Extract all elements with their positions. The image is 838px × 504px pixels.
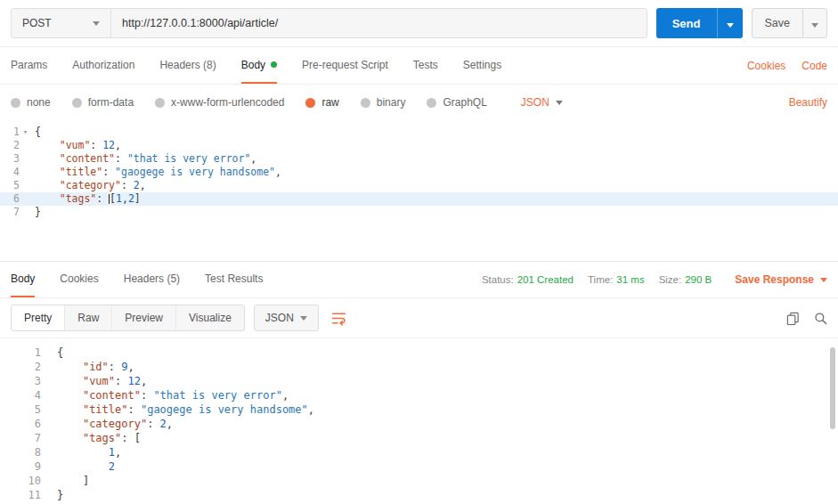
save-button-group: Save bbox=[752, 8, 828, 38]
save-response-button[interactable]: Save Response bbox=[735, 262, 827, 297]
view-preview[interactable]: Preview bbox=[112, 305, 176, 330]
postman-window: POST Send Save Params Authorization Head… bbox=[0, 0, 838, 504]
fold-caret-icon bbox=[41, 474, 50, 488]
code-line[interactable]: 1{ bbox=[0, 345, 838, 360]
radio-label: form-data bbox=[88, 96, 134, 109]
request-tab-links: Cookies Code bbox=[747, 47, 827, 84]
body-active-dot bbox=[271, 61, 277, 68]
fold-caret-icon bbox=[20, 139, 31, 152]
search-icon[interactable] bbox=[814, 312, 827, 325]
fold-caret-icon bbox=[41, 417, 50, 431]
response-tab-cookies[interactable]: Cookies bbox=[60, 262, 98, 297]
code-line[interactable]: 5 "title": "gaogege is very handsome", bbox=[0, 402, 838, 417]
code-line[interactable]: 11} bbox=[0, 488, 838, 502]
tab-settings[interactable]: Settings bbox=[463, 47, 501, 84]
radio-form-data[interactable]: form-data bbox=[72, 96, 134, 109]
url-input[interactable] bbox=[111, 9, 647, 37]
code-line[interactable]: 6 "category": 2, bbox=[0, 417, 838, 431]
request-bar: POST Send Save bbox=[0, 0, 838, 47]
tab-tests[interactable]: Tests bbox=[413, 47, 438, 84]
tab-authorization[interactable]: Authorization bbox=[72, 47, 134, 84]
code-line[interactable]: 2 "vum": 12, bbox=[0, 139, 838, 152]
code-text: ] bbox=[50, 474, 838, 488]
cookies-link[interactable]: Cookies bbox=[747, 60, 785, 72]
copy-icon[interactable] bbox=[786, 312, 800, 325]
status-value: 201 Created bbox=[517, 274, 574, 285]
code-line[interactable]: 8 1, bbox=[0, 445, 838, 459]
code-line[interactable]: 3 "content": "that is very error", bbox=[0, 152, 838, 166]
send-button[interactable]: Send bbox=[656, 8, 717, 38]
method-select[interactable]: POST bbox=[12, 9, 111, 37]
code-line[interactable]: 7} bbox=[0, 206, 838, 219]
tab-params[interactable]: Params bbox=[11, 47, 47, 84]
line-number: 2 bbox=[0, 360, 41, 374]
radio-label: raw bbox=[321, 96, 338, 109]
fold-caret-icon bbox=[41, 360, 50, 374]
code-line[interactable]: 6 "tags": [1,2] bbox=[0, 192, 838, 206]
code-text: } bbox=[31, 206, 838, 219]
code-line[interactable]: 1▾{ bbox=[0, 126, 838, 139]
response-tab-headers[interactable]: Headers (5) bbox=[124, 262, 180, 297]
code-line[interactable]: 7 "tags": [ bbox=[0, 431, 838, 445]
response-time: Time: 31 ms bbox=[588, 274, 645, 285]
code-line[interactable]: 9 2 bbox=[0, 459, 838, 474]
radio-label: none bbox=[27, 96, 51, 109]
save-button[interactable]: Save bbox=[752, 8, 803, 38]
code-link[interactable]: Code bbox=[801, 60, 827, 72]
radio-none[interactable]: none bbox=[11, 96, 51, 109]
code-text: "tags": [1,2] bbox=[31, 192, 838, 206]
response-tabs: Body Cookies Headers (5) Test Results St… bbox=[0, 261, 838, 298]
fold-caret-icon bbox=[41, 445, 50, 459]
radio-x-www-form-urlencoded[interactable]: x-www-form-urlencoded bbox=[155, 96, 284, 109]
scrollbar-thumb[interactable] bbox=[830, 347, 835, 429]
radio-graphql[interactable]: GraphQL bbox=[427, 96, 486, 109]
code-text: "content": "that is very error", bbox=[31, 152, 838, 166]
code-text: } bbox=[50, 488, 838, 502]
response-toolbar-right bbox=[786, 312, 827, 325]
fold-caret-icon[interactable]: ▾ bbox=[20, 126, 31, 139]
fold-caret-icon bbox=[20, 166, 31, 179]
radio-icon bbox=[11, 98, 20, 108]
fold-caret-icon bbox=[20, 152, 31, 166]
fold-caret-icon bbox=[41, 488, 50, 502]
request-body-editor[interactable]: 1▾{2 "vum": 12,3 "content": "that is ver… bbox=[0, 120, 838, 261]
chevron-down-icon bbox=[300, 316, 307, 321]
raw-language-select[interactable]: JSON bbox=[521, 96, 563, 109]
line-number: 6 bbox=[0, 192, 20, 206]
tab-headers[interactable]: Headers (8) bbox=[159, 47, 216, 84]
line-number: 3 bbox=[0, 152, 20, 166]
code-line[interactable]: 4 "content": "that is very error", bbox=[0, 388, 838, 402]
code-line[interactable]: 2 "id": 9, bbox=[0, 360, 838, 374]
wrap-lines-icon[interactable] bbox=[331, 311, 346, 326]
code-line[interactable]: 5 "category": 2, bbox=[0, 179, 838, 192]
view-pretty[interactable]: Pretty bbox=[12, 305, 65, 330]
send-options-button[interactable] bbox=[717, 8, 743, 38]
line-number: 10 bbox=[0, 474, 41, 488]
code-line[interactable]: 4 "title": "gaogege is very handsome", bbox=[0, 166, 838, 179]
radio-raw[interactable]: raw bbox=[305, 96, 338, 109]
view-visualize[interactable]: Visualize bbox=[176, 305, 244, 330]
line-number: 9 bbox=[0, 459, 41, 474]
size-value: 290 B bbox=[685, 274, 712, 285]
send-button-group: Send bbox=[656, 8, 743, 38]
response-tab-test-results[interactable]: Test Results bbox=[205, 262, 263, 297]
radio-label: binary bbox=[377, 96, 406, 109]
save-options-button[interactable] bbox=[802, 8, 827, 38]
response-tab-body[interactable]: Body bbox=[11, 262, 35, 297]
radio-icon bbox=[305, 98, 315, 108]
radio-binary[interactable]: binary bbox=[361, 96, 406, 109]
beautify-link[interactable]: Beautify bbox=[789, 96, 827, 109]
fold-caret-icon bbox=[20, 179, 31, 192]
code-line[interactable]: 3 "vum": 12, bbox=[0, 374, 838, 388]
response-body-viewer[interactable]: 1{2 "id": 9,3 "vum": 12,4 "content": "th… bbox=[0, 337, 838, 504]
response-language-select[interactable]: JSON bbox=[254, 305, 319, 331]
tab-body[interactable]: Body bbox=[241, 47, 277, 84]
fold-caret-icon bbox=[41, 374, 50, 388]
view-raw[interactable]: Raw bbox=[65, 305, 112, 330]
time-label: Time: bbox=[588, 274, 613, 285]
tab-pre-request-script[interactable]: Pre-request Script bbox=[302, 47, 388, 84]
code-line[interactable]: 10 ] bbox=[0, 474, 838, 488]
code-text: "vum": 12, bbox=[31, 139, 838, 152]
method-label: POST bbox=[22, 17, 52, 29]
line-number: 6 bbox=[0, 417, 41, 431]
